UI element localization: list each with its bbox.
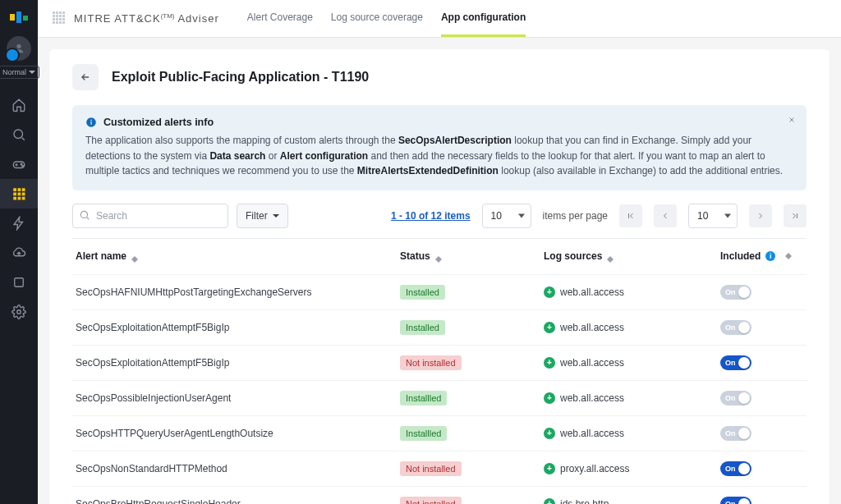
- table-header: Alert name Status Log sources Includedi: [72, 239, 807, 274]
- pagination-range[interactable]: 1 - 10 of 12 items: [391, 210, 471, 222]
- log-source-cell: +ids.bro.http: [544, 498, 720, 504]
- plus-icon: +: [544, 392, 555, 404]
- svg-rect-2: [23, 16, 28, 21]
- page-first-button[interactable]: [619, 204, 642, 227]
- svg-point-7: [22, 166, 24, 167]
- included-toggle[interactable]: On: [720, 391, 751, 405]
- user-avatar[interactable]: [7, 36, 31, 61]
- page-next-button[interactable]: [749, 204, 772, 227]
- svg-rect-17: [15, 278, 24, 287]
- table-row: SecOpsExploitationAttemptF5BigIp Install…: [72, 309, 807, 345]
- svg-rect-15: [18, 197, 21, 200]
- column-included[interactable]: Includedi: [720, 250, 803, 262]
- column-status[interactable]: Status: [400, 250, 544, 263]
- table-row: SecOpsPossibleInjectionUserAgent Install…: [72, 380, 807, 415]
- page-number-select[interactable]: 10: [688, 204, 738, 228]
- column-log-sources[interactable]: Log sources: [544, 250, 720, 263]
- included-toggle[interactable]: On: [720, 461, 751, 476]
- page-size-select[interactable]: 10: [482, 204, 531, 228]
- log-source-cell: +web.all.access: [544, 428, 720, 439]
- status-badge: Installled: [400, 391, 447, 405]
- nav-apps[interactable]: [0, 179, 38, 208]
- nav-home[interactable]: [0, 90, 38, 120]
- alert-name-cell: SecOpsExploitationAttemptF5BigIp: [76, 357, 400, 369]
- sidebar: Normal: [0, 0, 38, 504]
- page-title: Exploit Public-Facing Application - T119…: [112, 70, 369, 85]
- status-badge: Not installed: [400, 355, 462, 370]
- svg-rect-1: [16, 11, 21, 23]
- tab-alert-coverage[interactable]: Alert Coverage: [247, 0, 313, 37]
- svg-rect-14: [13, 197, 16, 200]
- svg-rect-16: [22, 197, 25, 200]
- table-row: SecOpsBroHttpRequestSingleHeader Not ins…: [72, 486, 807, 504]
- included-toggle[interactable]: On: [720, 426, 751, 441]
- plus-icon: +: [544, 428, 555, 439]
- svg-point-24: [80, 211, 87, 218]
- status-badge: Installed: [400, 320, 445, 335]
- column-alert-name[interactable]: Alert name: [76, 250, 400, 263]
- banner-close-button[interactable]: [785, 113, 798, 126]
- svg-rect-8: [13, 188, 16, 191]
- back-button[interactable]: [72, 64, 99, 90]
- page-prev-button[interactable]: [654, 204, 677, 227]
- mode-chip[interactable]: Normal: [0, 66, 39, 79]
- included-toggle[interactable]: On: [720, 497, 751, 504]
- page-size-label: items per page: [543, 210, 608, 222]
- table-row: SecOpsNonStandardHTTPMethod Not installe…: [72, 451, 807, 486]
- brand: MITRE ATT&CK(TM) Adviser: [53, 11, 219, 26]
- nav-games[interactable]: [0, 149, 38, 179]
- alert-name-cell: SecOpsPossibleInjectionUserAgent: [76, 392, 400, 404]
- svg-rect-13: [22, 193, 25, 196]
- table-row: SecOpsHTTPQueryUserAgentLengthOutsize In…: [72, 415, 807, 451]
- plus-icon: +: [544, 322, 555, 333]
- search-icon: [79, 209, 90, 224]
- log-source-cell: +web.all.access: [544, 357, 720, 369]
- topbar: MITRE ATT&CK(TM) Adviser Alert CoverageL…: [38, 0, 841, 38]
- chevron-down-icon: [273, 214, 279, 218]
- nav-cloud[interactable]: [0, 238, 38, 268]
- svg-point-3: [16, 44, 21, 48]
- info-icon: [85, 117, 97, 128]
- svg-point-23: [90, 120, 92, 121]
- table-row: SecOpsExploitationAttemptF5BigIp Not ins…: [72, 345, 807, 380]
- banner-title: Customized alerts info: [103, 117, 214, 128]
- log-source-cell: +proxy.all.access: [544, 463, 720, 474]
- svg-rect-0: [10, 14, 15, 21]
- sort-icon: [131, 256, 138, 263]
- app-logo[interactable]: [8, 7, 30, 28]
- plus-icon: +: [544, 463, 555, 474]
- alert-name-cell: SecOpsHAFNIUMHttpPostTargetingExchangeSe…: [76, 286, 400, 298]
- alert-name-cell: SecOpsHTTPQueryUserAgentLengthOutsize: [76, 428, 400, 439]
- log-source-cell: +web.all.access: [544, 322, 720, 333]
- table-row: SecOpsHAFNIUMHttpPostTargetingExchangeSe…: [72, 274, 807, 309]
- search-input[interactable]: [72, 204, 228, 228]
- alert-name-cell: SecOpsBroHttpRequestSingleHeader: [76, 498, 400, 504]
- alert-name-cell: SecOpsNonStandardHTTPMethod: [76, 463, 400, 474]
- nav-layers[interactable]: [0, 268, 38, 297]
- status-badge: Installled: [400, 426, 447, 441]
- svg-rect-9: [18, 188, 21, 191]
- svg-rect-11: [13, 193, 16, 196]
- page-last-button[interactable]: [784, 204, 807, 227]
- info-icon: i: [765, 251, 775, 261]
- tab-app-configuration[interactable]: App configuration: [441, 0, 526, 37]
- brand-icon: [53, 11, 67, 26]
- status-badge: Installed: [400, 285, 445, 300]
- svg-point-6: [21, 163, 22, 165]
- plus-icon: +: [544, 286, 555, 298]
- nav-search[interactable]: [0, 120, 38, 149]
- nav-bolt[interactable]: [0, 208, 38, 238]
- nav-settings[interactable]: [0, 297, 38, 327]
- filter-button[interactable]: Filter: [237, 204, 288, 228]
- log-source-cell: +web.all.access: [544, 392, 720, 404]
- brand-text: MITRE ATT&CK(TM) Adviser: [74, 12, 219, 25]
- included-toggle[interactable]: On: [720, 355, 751, 370]
- svg-point-18: [17, 310, 21, 314]
- plus-icon: +: [544, 498, 555, 504]
- plus-icon: +: [544, 357, 555, 369]
- included-toggle[interactable]: On: [720, 320, 751, 335]
- included-toggle[interactable]: On: [720, 285, 751, 300]
- status-badge: Not installed: [400, 461, 462, 476]
- tab-log-source-coverage[interactable]: Log source coverage: [331, 0, 423, 37]
- status-badge: Not installed: [400, 497, 462, 504]
